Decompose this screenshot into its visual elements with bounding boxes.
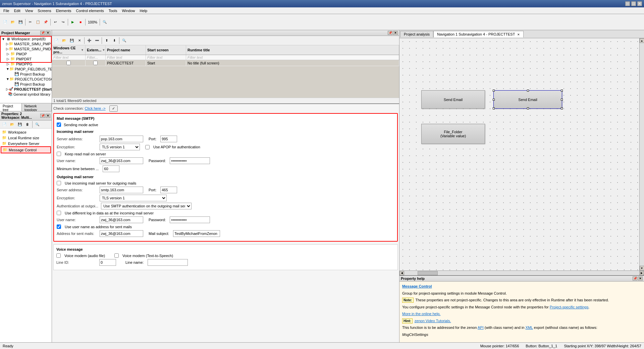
redo-btn[interactable]: ↪ [59, 18, 67, 26]
username-input[interactable] [100, 157, 143, 164]
filter-extern[interactable]: Filter... [86, 55, 106, 60]
sending-mode-checkbox[interactable] [57, 122, 61, 127]
col-runtime-title[interactable]: Runtime title [186, 45, 399, 55]
menu-control-elements[interactable]: Control elements [74, 8, 106, 13]
filter-runtime-title[interactable]: Filter text [186, 55, 399, 60]
expander-pmop[interactable]: ▷ [6, 52, 10, 56]
props-search-btn[interactable]: 🔍 [34, 121, 41, 128]
props-message-control[interactable]: 📁 Message Control [1, 146, 51, 153]
video-tutorials-link[interactable]: zenon Video Tutorials. [415, 319, 451, 323]
project-list-close[interactable]: ✕ [393, 31, 398, 35]
xml-link[interactable]: XML [526, 326, 533, 330]
mail-subject-input[interactable] [173, 230, 220, 237]
canvas-scrollbar-h[interactable]: ◀ ▶ [399, 270, 644, 275]
new-btn[interactable]: 📄 [1, 18, 9, 26]
proj-down-btn[interactable]: ⬇ [111, 37, 118, 44]
proj-remove-btn[interactable]: ➖ [93, 37, 101, 44]
line-id-input[interactable] [99, 259, 116, 266]
tree-workspace[interactable]: ▼ 🖥 Workspace: pmpd(8) [1, 37, 51, 41]
expander-projecttest[interactable]: ▷ [6, 87, 9, 91]
scrollbar-down-arrow[interactable]: ▼ [640, 266, 644, 270]
menu-file[interactable]: File [1, 8, 11, 13]
server-address-input[interactable] [100, 136, 143, 142]
filter-project-name[interactable]: Filter text [106, 55, 146, 60]
maximize-button[interactable]: □ [631, 1, 636, 6]
expander-logicscada[interactable]: ▼ [6, 77, 9, 81]
outgoing-server-input[interactable] [100, 187, 143, 193]
tree-logicscada[interactable]: ▼ 📁 PROJECTLOGICTOSCADATEST [1, 77, 51, 82]
expander-master2[interactable]: ▷ [6, 47, 9, 51]
expander-pmpdrt[interactable]: ▷ [6, 57, 10, 61]
filter-start-screen[interactable]: Filter text [146, 55, 186, 60]
expander-fieldbus[interactable]: ▼ [6, 67, 9, 71]
menu-elements[interactable]: Elements [54, 8, 73, 13]
handle-br[interactable] [561, 107, 563, 109]
handle-ml[interactable] [493, 99, 495, 101]
proj-open-btn[interactable]: 📂 [60, 37, 68, 44]
props-new-btn[interactable]: 📄 [1, 121, 8, 128]
tab-network-topology[interactable]: Network topology [22, 103, 52, 111]
help-message-control-link[interactable]: Message Control [402, 284, 432, 288]
props-save-btn[interactable]: 💾 [16, 121, 23, 128]
more-in-online-help-link[interactable]: More in the online help. [402, 312, 440, 316]
scrollbar-right-arrow[interactable]: ▶ [639, 271, 644, 275]
handle-tm[interactable] [527, 90, 529, 92]
menu-help[interactable]: Help [138, 8, 150, 13]
auth-select[interactable]: Use SMTP authentication on the outgoing … [101, 203, 192, 209]
cell-extern[interactable] [86, 60, 106, 66]
tree-fieldbus[interactable]: ▼ 📁 PMOP_FIELDBUS_TEST [1, 66, 51, 71]
table-row[interactable]: PROJECTTEST Start No title (full screen) [52, 60, 399, 66]
run-btn[interactable]: ▶ [69, 18, 76, 26]
cut-btn[interactable]: ✂ [26, 18, 34, 26]
canvas-area[interactable]: Send Email Send Email Fil [399, 38, 639, 270]
filter-windows-ce[interactable]: Filter text [52, 55, 86, 60]
tab-project-analysis[interactable]: Project analysis [400, 31, 433, 37]
proj-up-btn[interactable]: ⬆ [103, 37, 110, 44]
outgoing-port-input[interactable] [160, 187, 177, 193]
panel-pin-btn[interactable]: 📌 [40, 31, 45, 35]
tree-master-simu[interactable]: ▷ 📁 MASTER_SIMU_PMPORT [1, 41, 51, 46]
tree-pmoppg[interactable]: ▷ 📁 PMOPPG [1, 61, 51, 66]
canvas-send-email-left[interactable]: Send Email [421, 90, 485, 109]
props-delete-btn[interactable]: 🗑 [24, 121, 31, 128]
col-start-screen[interactable]: Start screen [146, 45, 186, 55]
handle-tr[interactable] [561, 90, 563, 92]
props-local-runtime[interactable]: 📁 Local Runtime size [1, 135, 51, 141]
handle-bl[interactable] [493, 107, 495, 109]
tree-pmop[interactable]: ▷ 📁 PMOP [1, 51, 51, 56]
tab-project-tree[interactable]: Project tree [0, 103, 22, 111]
outgoing-username-input[interactable] [100, 216, 143, 223]
handle-tl[interactable] [493, 90, 495, 92]
project-list-pin[interactable]: 📌 [388, 31, 392, 35]
check-connection-link[interactable]: Click here -> [85, 106, 106, 110]
props-everywhere-server[interactable]: 📁 Everywhere Server [1, 141, 51, 146]
tree-symbol-library[interactable]: 📚 General symbol library [1, 92, 51, 97]
tree-master-simu2[interactable]: ▷ 📁 MASTER_SIMU_PMDPRT_R3 [1, 46, 51, 51]
col-windows-ce[interactable]: Windows CE pro... ▼ [52, 45, 86, 55]
close-button[interactable]: ✕ [637, 1, 642, 6]
minimize-button[interactable]: ─ [625, 1, 630, 6]
proj-new-btn[interactable]: 📄 [53, 37, 60, 44]
menu-view[interactable]: View [23, 8, 35, 13]
use-incoming-checkbox[interactable] [57, 181, 61, 185]
canvas-scrollbar-v[interactable]: ▲ ▼ [639, 38, 644, 270]
window-controls[interactable]: ─ □ ✕ [625, 1, 642, 6]
use-different-checkbox[interactable] [57, 211, 61, 215]
tree-fieldbus-backup[interactable]: 💾 Project Backup [1, 71, 51, 77]
scrollbar-thumb-h[interactable] [418, 271, 438, 275]
proj-delete-btn[interactable]: ✕ [76, 37, 83, 44]
help-project-settings-link[interactable]: Project-specific settings [550, 305, 589, 309]
open-btn[interactable]: 📂 [9, 18, 16, 26]
password-input[interactable] [170, 157, 210, 164]
address-input[interactable] [100, 230, 143, 237]
save-btn[interactable]: 💾 [17, 18, 24, 26]
menu-window[interactable]: Window [120, 8, 137, 13]
outgoing-encryption-select[interactable]: TLS version 1 [100, 195, 167, 201]
check-connection-btn[interactable]: ✓ [109, 105, 118, 112]
proj-add-btn[interactable]: ➕ [86, 37, 93, 44]
copy-btn[interactable]: 📋 [34, 18, 42, 26]
stop-btn[interactable]: ■ [77, 18, 84, 26]
col-extern-filter-icon[interactable]: ▼ [102, 48, 105, 52]
help-close-btn[interactable]: ✕ [638, 277, 643, 281]
menu-tools[interactable]: Tools [107, 8, 119, 13]
